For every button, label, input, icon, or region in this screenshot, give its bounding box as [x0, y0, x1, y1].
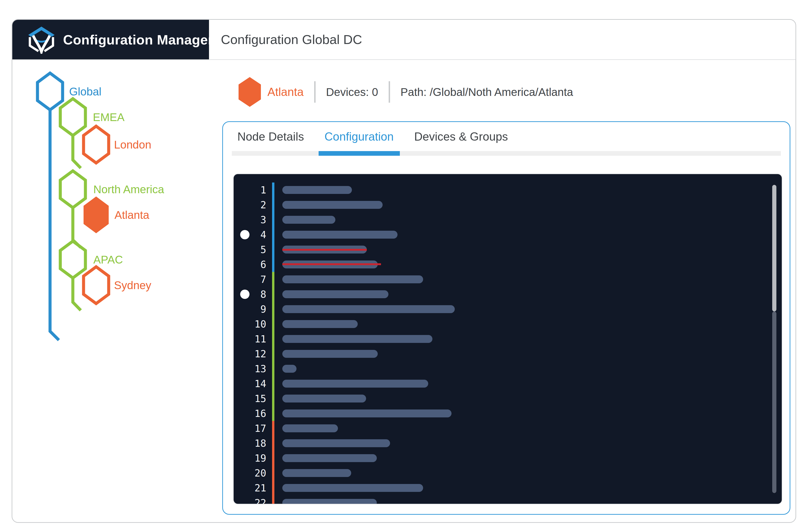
code-placeholder-bar	[282, 439, 390, 447]
line-number: 7	[260, 274, 272, 285]
change-strip	[272, 317, 274, 331]
line-number: 12	[255, 348, 272, 360]
tab-configuration[interactable]: Configuration	[324, 130, 394, 143]
editor-gutter: 5	[234, 242, 272, 257]
change-strip	[272, 496, 274, 504]
editor-gutter: 11	[234, 331, 272, 346]
tree-label-sydney[interactable]: Sydney	[114, 279, 151, 292]
tree-label-global[interactable]: Global	[69, 85, 101, 98]
code-placeholder-bar	[282, 454, 377, 462]
tree-node-sydney-hex-icon[interactable]	[84, 267, 109, 304]
content-panel: Node Details Configuration Devices & Gro…	[222, 121, 791, 515]
tab-track	[232, 151, 781, 156]
editor-gutter: 12	[234, 346, 272, 361]
line-number: 16	[255, 408, 272, 419]
line-number: 13	[255, 363, 272, 375]
page-title: Configuration Global DC	[221, 20, 362, 59]
node-path: Path: /Global/Noth America/Atlanta	[401, 86, 573, 99]
tree-label-apac[interactable]: APAC	[93, 253, 123, 266]
tab-node-details[interactable]: Node Details	[237, 130, 304, 143]
editor-gutter: 8	[234, 287, 272, 302]
editor-gutter: 15	[234, 391, 272, 406]
editor-line: 6	[234, 257, 782, 272]
devices-count: Devices: 0	[326, 86, 378, 99]
change-strip	[272, 302, 274, 317]
line-number: 9	[260, 304, 272, 315]
line-number: 8	[260, 289, 272, 300]
change-strip	[272, 361, 274, 376]
change-strip	[272, 287, 274, 302]
error-strike-line	[282, 263, 381, 265]
top-bar: Configuration Manager Configuration Glob…	[12, 20, 796, 60]
editor-gutter: 16	[234, 406, 272, 421]
tree-node-north-america-hex-icon[interactable]	[60, 171, 85, 207]
editor-rows: 12345678910111213141516171819202122	[234, 174, 782, 504]
tree-node-apac-hex-icon[interactable]	[60, 241, 85, 278]
code-placeholder-bar	[282, 335, 432, 343]
editor-gutter: 7	[234, 272, 272, 287]
editor-line: 11	[234, 331, 782, 346]
code-editor[interactable]: 12345678910111213141516171819202122	[234, 174, 782, 504]
tab-bar: Node Details Configuration Devices & Gro…	[223, 122, 790, 151]
line-number: 18	[255, 437, 272, 449]
editor-line: 21	[234, 480, 782, 496]
change-strip	[272, 197, 274, 212]
tree-label-emea[interactable]: EMEA	[93, 111, 125, 124]
editor-line: 1	[234, 183, 782, 197]
scrollbar-track[interactable]	[772, 312, 777, 493]
selected-node-name: Atlanta	[267, 85, 304, 99]
editor-gutter: 13	[234, 361, 272, 376]
change-strip	[272, 465, 274, 480]
brand-block: Configuration Manager	[12, 20, 209, 59]
code-placeholder-bar	[282, 410, 451, 417]
error-strike-line	[282, 249, 367, 251]
editor-line: 18	[234, 436, 782, 451]
tree-node-london-hex-icon[interactable]	[84, 126, 109, 163]
gutter-marker-icon[interactable]	[240, 290, 249, 299]
change-strip	[272, 331, 274, 346]
code-placeholder-bar	[282, 275, 423, 283]
line-number: 15	[255, 393, 272, 404]
editor-line: 4	[234, 227, 782, 242]
tree-node-emea-hex-icon[interactable]	[60, 99, 85, 135]
editor-gutter: 1	[234, 183, 272, 197]
editor-gutter: 9	[234, 302, 272, 317]
app-window: Global EMEA London North America Atlanta…	[0, 0, 812, 531]
editor-gutter: 10	[234, 317, 272, 331]
line-number: 19	[255, 453, 272, 464]
code-placeholder-bar	[282, 246, 367, 254]
change-strip	[272, 183, 274, 197]
change-strip	[272, 480, 274, 496]
code-placeholder-bar	[282, 365, 296, 373]
editor-line: 22	[234, 496, 782, 504]
editor-line: 7	[234, 272, 782, 287]
code-placeholder-bar	[282, 290, 388, 298]
editor-line: 13	[234, 361, 782, 376]
tree-label-london[interactable]: London	[114, 138, 151, 151]
editor-gutter: 18	[234, 436, 272, 451]
line-number: 1	[260, 184, 272, 196]
code-placeholder-bar	[282, 260, 378, 269]
tree-node-atlanta-hex-icon[interactable]	[84, 197, 109, 233]
change-strip	[272, 436, 274, 451]
line-number: 11	[255, 333, 272, 345]
gutter-marker-icon[interactable]	[240, 230, 249, 239]
scrollbar-thumb[interactable]	[772, 185, 777, 312]
code-placeholder-bar	[282, 231, 397, 239]
tab-devices-groups[interactable]: Devices & Groups	[414, 130, 508, 143]
editor-line: 19	[234, 451, 782, 465]
change-strip	[272, 272, 274, 287]
line-number: 17	[255, 423, 272, 434]
tree-connector-emea	[73, 135, 81, 168]
editor-line: 2	[234, 197, 782, 212]
code-placeholder-bar	[282, 380, 428, 388]
tree-node-global-hex-icon[interactable]	[38, 73, 62, 110]
code-placeholder-bar	[282, 499, 377, 504]
tree-label-atlanta[interactable]: Atlanta	[115, 209, 149, 221]
change-strip	[272, 212, 274, 227]
app-logo-icon	[26, 25, 57, 54]
change-strip	[272, 242, 274, 257]
code-placeholder-bar	[282, 216, 335, 224]
line-number: 21	[255, 482, 272, 494]
tree-label-north-america[interactable]: North America	[93, 183, 164, 196]
